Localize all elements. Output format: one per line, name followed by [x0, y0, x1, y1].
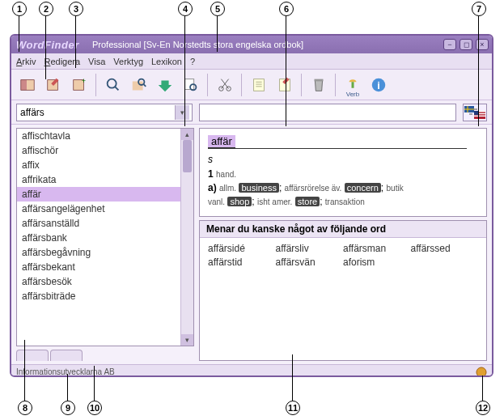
toolbar: + Verb i	[11, 70, 492, 100]
list-item[interactable]: affärsbesök	[17, 274, 180, 289]
list-item[interactable]: affärsbank	[17, 231, 180, 245]
toolbar-verb-icon[interactable]: Verb	[341, 74, 364, 96]
menu-verktyg[interactable]: Verktyg	[113, 57, 143, 66]
suggestion-item[interactable]: affärstid	[208, 257, 276, 268]
scrollbar[interactable]: ▴ ▾	[180, 129, 193, 346]
suggestion-item[interactable]: affärsman	[343, 243, 411, 254]
menu-help[interactable]: ?	[190, 57, 195, 66]
callout-8: 8	[18, 401, 32, 415]
search-input[interactable]	[17, 105, 175, 120]
suggestion-item[interactable]: affärsliv	[276, 243, 344, 254]
right-pane: affär s 1 hand. a) allm. business; affär…	[199, 128, 487, 361]
callout-10: 10	[87, 401, 102, 415]
globe-icon[interactable]	[476, 367, 487, 378]
list-item[interactable]: affix	[17, 158, 180, 172]
toolbar-note-icon[interactable]	[248, 74, 270, 96]
svg-rect-17	[474, 115, 485, 116]
callout-1: 1	[12, 2, 27, 16]
translation-concern[interactable]: concern	[345, 183, 381, 193]
bottom-tabs	[16, 346, 194, 361]
menu-arkiv[interactable]: Arkiv	[16, 57, 36, 66]
app-window: WordFinder Professional [Sv-En Norstedts…	[10, 34, 493, 377]
sense-1: 1 hand.	[208, 168, 478, 180]
toolbar-divider	[207, 74, 209, 96]
suggestion-item[interactable]: aforism	[343, 257, 411, 268]
list-item[interactable]: affärsbekant	[17, 260, 180, 274]
callout-9: 9	[61, 401, 75, 415]
translation-shop[interactable]: shop	[227, 197, 252, 206]
translation-store[interactable]: store	[295, 197, 320, 206]
suggestion-item	[411, 257, 479, 268]
toolbar-search-note-icon[interactable]	[180, 74, 202, 96]
callout-7: 7	[472, 2, 486, 16]
flags-icon	[464, 106, 485, 119]
toolbar-book-open-icon[interactable]	[16, 74, 39, 96]
content-area: affischtavla affischör affix affrikata a…	[11, 125, 492, 364]
suggestions-header: Menar du kanske något av följande ord	[200, 221, 486, 238]
suggestion-item[interactable]: affärsvän	[276, 257, 344, 268]
word-list[interactable]: affischtavla affischör affix affrikata a…	[16, 128, 194, 346]
suggestions-grid: affärsidé affärsliv affärsman affärssed …	[200, 238, 486, 273]
toolbar-divider	[335, 74, 337, 96]
list-item[interactable]: affärsanställd	[17, 216, 180, 231]
search-row: ▾	[11, 100, 492, 125]
search-dropdown-icon[interactable]: ▾	[175, 105, 189, 120]
list-item[interactable]: affrikata	[17, 172, 180, 187]
toolbar-cut-icon[interactable]	[214, 74, 236, 96]
svg-rect-10	[352, 82, 354, 88]
minimize-button[interactable]: −	[443, 39, 456, 50]
headword: affär	[208, 135, 235, 148]
statusbar: Informationsutvecklarna AB	[11, 364, 492, 377]
tab-2[interactable]	[50, 350, 83, 361]
callout-2: 2	[39, 2, 53, 16]
toolbar-arrow-down-icon[interactable]	[154, 74, 176, 96]
translation-business[interactable]: business	[239, 183, 278, 193]
toolbar-search-icon[interactable]	[102, 74, 125, 96]
list-item[interactable]: affischtavla	[17, 129, 180, 143]
menu-visa[interactable]: Visa	[88, 57, 105, 66]
scroll-up-icon[interactable]: ▴	[181, 129, 193, 140]
search-result-box[interactable]	[199, 104, 456, 121]
callout-6: 6	[279, 2, 294, 16]
suggestion-item[interactable]: affärsidé	[208, 243, 276, 254]
left-pane: affischtavla affischör affix affrikata a…	[16, 128, 194, 361]
list-item[interactable]: affärsangelägenhet	[17, 202, 180, 216]
svg-point-19	[476, 367, 486, 377]
part-of-speech: s	[208, 154, 478, 165]
scroll-thumb[interactable]	[183, 140, 192, 172]
sense-a: a) allm. business; affärsrörelse äv. con…	[208, 182, 478, 193]
menu-lexikon[interactable]: Lexikon	[151, 57, 182, 66]
window-title: Professional [Sv-En Norstedts stora enge…	[92, 40, 443, 49]
callout-12: 12	[476, 401, 490, 415]
suggestions-pane: Menar du kanske något av följande ord af…	[199, 220, 487, 361]
toolbar-book-plus-icon[interactable]: +	[68, 74, 91, 96]
svg-rect-9	[315, 78, 324, 81]
callout-11: 11	[286, 401, 300, 415]
toolbar-note-pencil-icon[interactable]	[273, 74, 296, 96]
maximize-button[interactable]: ◻	[460, 39, 472, 50]
menubar: Arkiv Redigera Visa Verktyg Lexikon ?	[11, 53, 492, 70]
toolbar-divider	[301, 74, 303, 96]
language-swap-button[interactable]	[463, 104, 487, 121]
toolbar-divider	[241, 74, 243, 96]
callout-3: 3	[69, 2, 83, 16]
definition-pane: affär s 1 hand. a) allm. business; affär…	[199, 128, 487, 217]
list-item[interactable]: affärsbiträde	[17, 289, 180, 303]
search-combo[interactable]: ▾	[16, 104, 193, 121]
list-item-selected[interactable]: affär	[17, 187, 180, 202]
svg-rect-7	[254, 78, 265, 91]
list-item[interactable]: affischör	[17, 143, 180, 158]
list-item[interactable]: affärsbegåvning	[17, 245, 180, 260]
toolbar-divider	[95, 74, 97, 96]
scroll-down-icon[interactable]: ▾	[181, 334, 193, 346]
app-logo: WordFinder	[11, 39, 92, 51]
status-text: Informationsutvecklarna AB	[16, 367, 115, 376]
toolbar-search-book-icon[interactable]	[128, 74, 150, 96]
toolbar-info-icon[interactable]: i	[367, 74, 390, 96]
toolbar-trash-icon[interactable]	[307, 74, 330, 96]
callout-5: 5	[210, 2, 225, 16]
sense-a-cont: vanl. shop; isht amer. store; transaktio…	[208, 196, 478, 207]
tab-1[interactable]	[16, 350, 49, 361]
suggestion-item[interactable]: affärssed	[411, 243, 479, 254]
svg-text:i: i	[377, 78, 380, 91]
